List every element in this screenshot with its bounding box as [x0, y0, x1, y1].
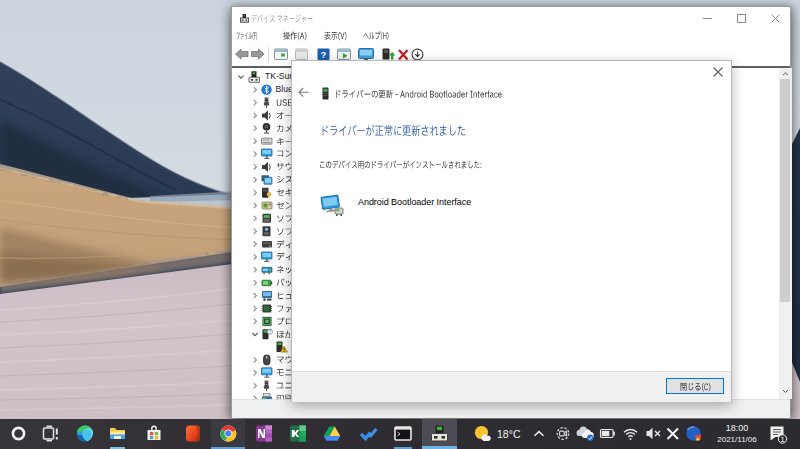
svg-text:1: 1 — [780, 435, 784, 444]
svg-text:18:00: 18:00 — [726, 423, 749, 433]
svg-text:2021/11/06: 2021/11/06 — [717, 435, 757, 444]
svg-text:18°C: 18°C — [497, 428, 521, 440]
svg-text:?: ? — [321, 49, 327, 60]
